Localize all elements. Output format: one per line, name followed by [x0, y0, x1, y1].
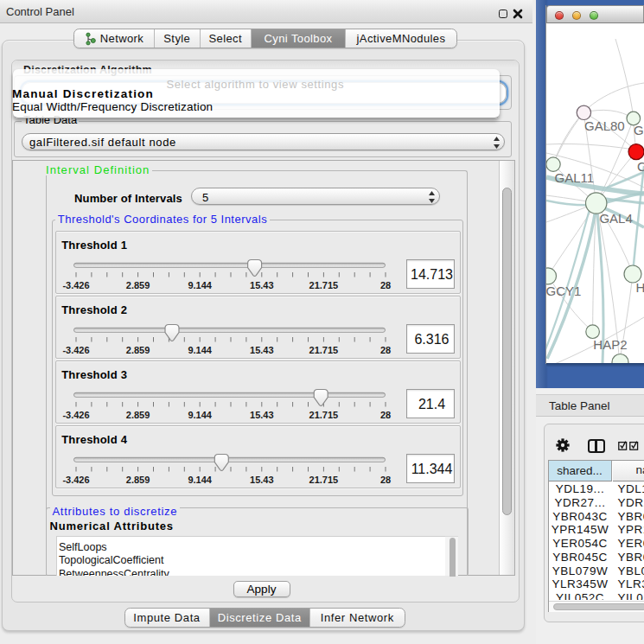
svg-text:-3.426: -3.426	[62, 475, 89, 485]
svg-text:GCY1: GCY1	[546, 284, 581, 298]
svg-text:-3.426: -3.426	[62, 410, 89, 420]
svg-text:15.43: 15.43	[250, 345, 274, 355]
svg-text:9.144: 9.144	[188, 280, 212, 290]
svg-text:28: 28	[380, 280, 391, 290]
svg-text:28: 28	[380, 345, 391, 355]
svg-text:G.: G.	[634, 123, 644, 137]
svg-text:2.859: 2.859	[126, 410, 150, 420]
svg-text:21.715: 21.715	[309, 345, 339, 355]
svg-text:-3.426: -3.426	[62, 280, 89, 290]
svg-text:21.715: 21.715	[309, 410, 339, 420]
svg-text:2.859: 2.859	[126, 280, 150, 290]
svg-text:2.859: 2.859	[126, 475, 150, 485]
svg-text:9.144: 9.144	[188, 345, 212, 355]
svg-text:GAL4: GAL4	[599, 211, 632, 226]
svg-text:H: H	[636, 280, 644, 295]
svg-text:15.43: 15.43	[250, 280, 274, 290]
svg-text:GAL80: GAL80	[584, 118, 625, 133]
svg-text:21.715: 21.715	[309, 475, 339, 485]
svg-text:-3.426: -3.426	[62, 345, 89, 355]
svg-text:9.144: 9.144	[188, 475, 212, 485]
svg-text:9.144: 9.144	[188, 410, 212, 420]
svg-text:21.715: 21.715	[309, 280, 339, 290]
svg-text:GAL11: GAL11	[555, 170, 595, 185]
svg-text:C: C	[637, 159, 644, 174]
svg-text:28: 28	[380, 410, 391, 420]
svg-text:HAP2: HAP2	[593, 337, 627, 352]
svg-text:15.43: 15.43	[250, 410, 274, 420]
svg-text:15.43: 15.43	[250, 475, 274, 485]
svg-text:28: 28	[380, 475, 391, 485]
svg-text:2.859: 2.859	[126, 345, 150, 355]
